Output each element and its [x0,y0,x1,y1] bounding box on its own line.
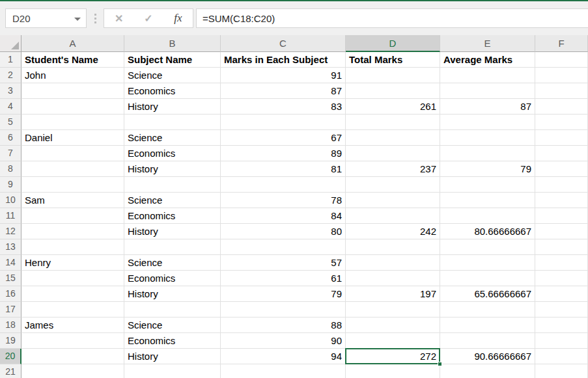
cell-B20[interactable]: History [124,349,221,364]
cell-E11[interactable] [440,208,535,224]
cell-B21[interactable] [124,364,221,378]
cell-A11[interactable] [21,208,124,224]
cell-D5[interactable] [346,115,440,130]
cell-A3[interactable] [21,83,124,99]
row-header-2[interactable]: 2 [0,68,21,83]
cell-A20[interactable] [21,349,124,364]
column-header-C[interactable]: C [221,35,346,52]
cell-D17[interactable] [346,302,440,317]
cell-B12[interactable]: History [124,224,221,239]
cell-F11[interactable] [535,208,588,224]
column-header-B[interactable]: B [124,35,221,52]
cell-C13[interactable] [221,239,346,255]
enter-icon[interactable]: ✓ [139,12,158,25]
cell-E5[interactable] [440,115,535,130]
cell-E14[interactable] [440,255,535,271]
cell-A8[interactable] [21,161,124,177]
cell-F16[interactable] [535,286,588,302]
cell-B3[interactable]: Economics [124,83,221,99]
cell-F19[interactable] [535,333,588,349]
cell-E8[interactable]: 79 [440,161,535,177]
cell-E16[interactable]: 65.66666667 [440,286,535,302]
cell-F15[interactable] [535,271,588,286]
cell-B4[interactable]: History [124,99,221,115]
cell-C7[interactable]: 89 [221,146,346,161]
cell-F18[interactable] [535,317,588,333]
cell-C12[interactable]: 80 [221,224,346,239]
row-header-3[interactable]: 3 [0,83,21,99]
cell-C10[interactable]: 78 [221,193,346,208]
cell-E15[interactable] [440,271,535,286]
cell-A18[interactable]: James [21,317,124,333]
cell-D1[interactable]: Total Marks [346,52,440,68]
row-header-12[interactable]: 12 [0,224,21,239]
cell-F13[interactable] [535,239,588,255]
row-header-6[interactable]: 6 [0,130,21,146]
cell-D4[interactable]: 261 [346,99,440,115]
row-header-19[interactable]: 19 [0,333,21,349]
cell-A6[interactable]: Daniel [21,130,124,146]
column-header-F[interactable]: F [535,35,588,52]
cell-B18[interactable]: Science [124,317,221,333]
cell-D15[interactable] [346,271,440,286]
row-header-8[interactable]: 8 [0,161,21,177]
cell-A9[interactable] [21,177,124,193]
cell-C5[interactable] [221,115,346,130]
row-header-14[interactable]: 14 [0,255,21,271]
cell-C6[interactable]: 67 [221,130,346,146]
cell-F10[interactable] [535,193,588,208]
cell-A17[interactable] [21,302,124,317]
row-header-7[interactable]: 7 [0,146,21,161]
cell-A5[interactable] [21,115,124,130]
row-header-15[interactable]: 15 [0,271,21,286]
cell-D18[interactable] [346,317,440,333]
cell-B17[interactable] [124,302,221,317]
cell-B6[interactable]: Science [124,130,221,146]
cell-D10[interactable] [346,193,440,208]
cell-B11[interactable]: Economics [124,208,221,224]
cell-E18[interactable] [440,317,535,333]
cell-C15[interactable]: 61 [221,271,346,286]
cell-E10[interactable] [440,193,535,208]
cell-E6[interactable] [440,130,535,146]
formula-bar-resize-handle[interactable] [87,8,104,28]
cell-C19[interactable]: 90 [221,333,346,349]
cell-F20[interactable] [535,349,588,364]
cell-C16[interactable]: 79 [221,286,346,302]
cell-E20[interactable]: 90.66666667 [440,349,535,364]
column-header-A[interactable]: A [21,35,124,52]
cell-F5[interactable] [535,115,588,130]
cell-C8[interactable]: 81 [221,161,346,177]
cell-E13[interactable] [440,239,535,255]
cell-E7[interactable] [440,146,535,161]
cell-A1[interactable]: Student's Name [21,52,124,68]
column-header-E[interactable]: E [440,35,535,52]
row-header-21[interactable]: 21 [0,364,21,378]
cell-E1[interactable]: Average Marks [440,52,535,68]
row-header-16[interactable]: 16 [0,286,21,302]
row-header-20[interactable]: 20 [0,349,21,364]
cell-C11[interactable]: 84 [221,208,346,224]
cell-F8[interactable] [535,161,588,177]
cell-F2[interactable] [535,68,588,83]
cell-C1[interactable]: Marks in Each Subject [221,52,346,68]
row-header-13[interactable]: 13 [0,239,21,255]
cell-E4[interactable]: 87 [440,99,535,115]
row-header-18[interactable]: 18 [0,317,21,333]
cell-D3[interactable] [346,83,440,99]
cell-D7[interactable] [346,146,440,161]
cell-C17[interactable] [221,302,346,317]
cell-F12[interactable] [535,224,588,239]
cell-F3[interactable] [535,83,588,99]
row-header-4[interactable]: 4 [0,99,21,115]
cell-D16[interactable]: 197 [346,286,440,302]
fill-handle[interactable] [438,362,442,366]
cancel-icon[interactable]: ✕ [109,12,129,25]
cell-A10[interactable]: Sam [21,193,124,208]
cell-E21[interactable] [440,364,535,378]
cell-C2[interactable]: 91 [221,68,346,83]
row-header-17[interactable]: 17 [0,302,21,317]
cell-C3[interactable]: 87 [221,83,346,99]
cell-D9[interactable] [346,177,440,193]
cell-B15[interactable]: Economics [124,271,221,286]
